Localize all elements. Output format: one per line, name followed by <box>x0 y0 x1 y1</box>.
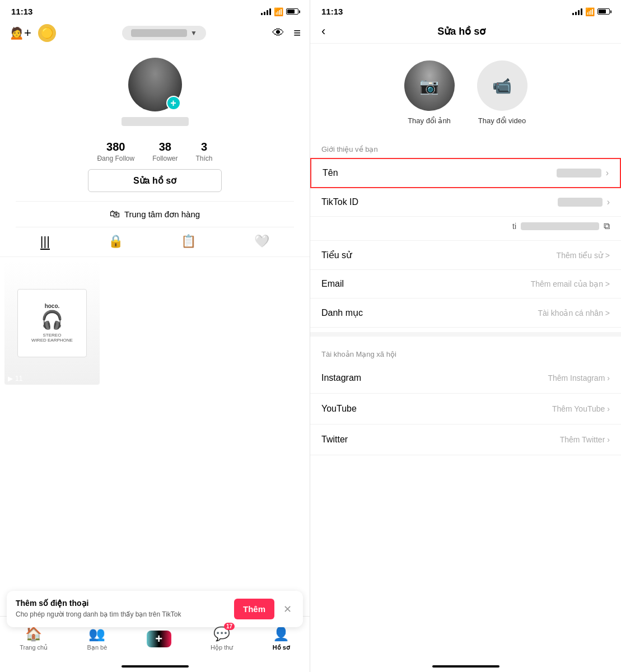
friends-icon: 👥 <box>88 626 105 642</box>
notif-close-icon[interactable]: ✕ <box>281 601 294 618</box>
tab-saved-icon[interactable]: 📋 <box>181 234 196 250</box>
tiktok-id-row[interactable]: TikTok ID › <box>310 188 621 217</box>
change-video-option[interactable]: 📹 Thay đổi video <box>477 60 527 125</box>
nav-home[interactable]: 🏠 Trang chủ <box>20 626 48 651</box>
username-dropdown[interactable]: ▼ <box>122 26 206 40</box>
nav-inbox[interactable]: 💬 17 Hộp thư <box>211 626 233 651</box>
name-label: Tên <box>323 168 338 178</box>
twitter-label: Twitter <box>321 435 348 445</box>
photo-circle: 📷 <box>404 60 455 111</box>
back-button[interactable]: ‹ <box>321 24 325 39</box>
chevron-down-icon: ▼ <box>190 29 197 37</box>
nav-create[interactable]: + <box>147 631 171 647</box>
left-status-bar: 11:13 📶 <box>0 0 310 20</box>
youtube-label: YouTube <box>321 404 357 414</box>
right-home-indicator <box>310 661 621 672</box>
divider <box>310 332 621 337</box>
signal-icon <box>261 8 271 15</box>
edit-profile-button[interactable]: Sửa hồ sơ <box>88 169 222 192</box>
copy-icon[interactable]: ⧉ <box>604 221 610 231</box>
nav-profile[interactable]: 👤 Hồ sơ <box>273 626 290 651</box>
tiktok-id-sub-row: ti ⧉ <box>310 217 621 241</box>
nav-friends[interactable]: 👥 Bạn bè <box>87 626 108 651</box>
order-center-row[interactable]: 🛍 Trung tâm đơn hàng <box>16 201 295 227</box>
instagram-row[interactable]: Instagram Thêm Instagram › <box>310 363 621 394</box>
home-indicator <box>0 661 310 672</box>
right-top-nav: ‹ Sửa hồ sơ <box>310 20 621 44</box>
likes-stat: 3 Thích <box>196 141 213 162</box>
category-row[interactable]: Danh mục Tài khoản cá nhân > <box>310 298 621 328</box>
username-text <box>131 29 187 37</box>
earphone-box: hoco. 🎧 STEREOWIRED EARPHONE <box>17 289 86 357</box>
video-circle: 📹 <box>477 60 527 111</box>
nav-profile-label: Hồ sơ <box>273 644 290 651</box>
battery-icon <box>286 8 298 15</box>
video-thumbnail[interactable]: hoco. 🎧 STEREOWIRED EARPHONE ▶ 11 <box>4 262 100 385</box>
content-grid: hoco. 🎧 STEREOWIRED EARPHONE ▶ 11 <box>0 257 310 616</box>
nav-friends-label: Bạn bè <box>87 644 108 651</box>
page-title: Sửa hồ sơ <box>325 25 597 38</box>
eye-icon[interactable]: 👁 <box>272 26 284 40</box>
tab-videos-icon[interactable]: ||| <box>40 234 50 250</box>
email-row[interactable]: Email Thêm email của bạn > <box>310 270 621 298</box>
youtube-row[interactable]: YouTube Thêm YouTube › <box>310 394 621 424</box>
follower-label: Follower <box>152 155 178 162</box>
video-count: 11 <box>15 375 22 382</box>
following-count: 380 <box>97 141 134 153</box>
tiktok-id-label: TikTok ID <box>321 197 358 207</box>
following-stat: 380 Đang Follow <box>97 141 134 162</box>
email-action: Thêm email của bạn > <box>531 279 610 288</box>
profile-section: + <box>0 46 310 132</box>
right-time: 11:13 <box>321 7 343 16</box>
profile-media-section: 📷 Thay đổi ảnh 📹 Thay đổi video <box>310 44 621 136</box>
right-status-icons: 📶 <box>572 7 610 16</box>
video-label: Thay đổi video <box>478 116 526 125</box>
stats-row: 380 Đang Follow 38 Follower 3 Thích <box>0 141 310 162</box>
bio-row[interactable]: Tiểu sử Thêm tiểu sử > <box>310 241 621 270</box>
follower-count: 38 <box>152 141 178 153</box>
following-label: Đang Follow <box>97 155 134 162</box>
intro-section-label: Giới thiệu về bạn <box>310 136 621 158</box>
instagram-chevron-icon: › <box>607 374 610 382</box>
profile-username <box>122 117 189 126</box>
add-photo-badge[interactable]: + <box>166 96 181 110</box>
left-status-icons: 📶 <box>261 7 298 16</box>
twitter-action: Thêm Twitter <box>560 435 605 444</box>
social-section-label: Tài khoản Mạng xã hội <box>310 341 621 363</box>
menu-icon[interactable]: ≡ <box>293 26 301 40</box>
notification-banner: Thêm số điện thoại Cho phép người trong … <box>7 591 303 627</box>
camera-icon: 📷 <box>419 77 439 95</box>
content-tabs: ||| 🔒 📋 🤍 <box>0 227 310 257</box>
product-image: hoco. 🎧 STEREOWIRED EARPHONE <box>4 262 100 385</box>
category-action: Tài khoản cá nhân > <box>538 309 610 318</box>
order-center-label: Trung tâm đơn hàng <box>124 209 200 220</box>
create-button[interactable]: + <box>147 631 171 647</box>
nav-home-label: Trang chủ <box>20 644 48 651</box>
notif-title: Thêm số điện thoại <box>16 599 227 608</box>
tab-private-icon[interactable]: 🔒 <box>108 234 123 250</box>
bio-action: Thêm tiểu sử > <box>557 251 610 260</box>
add-user-icon[interactable]: 🙍+ <box>9 26 31 40</box>
name-field-row[interactable]: Tên › <box>310 158 621 188</box>
video-camera-icon: 📹 <box>492 77 512 95</box>
right-battery-icon <box>597 8 610 15</box>
change-photo-option[interactable]: 📷 Thay đổi ảnh <box>404 60 455 125</box>
tab-liked-icon[interactable]: 🤍 <box>254 234 269 250</box>
right-screen: 11:13 📶 ‹ Sửa hồ sơ <box>310 0 621 672</box>
avatar-small[interactable]: 🟡 <box>38 24 56 42</box>
twitter-row[interactable]: Twitter Thêm Twitter › <box>310 424 621 455</box>
likes-label: Thích <box>196 155 213 162</box>
home-icon: 🏠 <box>25 626 42 642</box>
nav-inbox-label: Hộp thư <box>211 644 233 651</box>
left-time: 11:13 <box>11 7 32 16</box>
notif-description: Cho phép người trong danh bạ tìm thấy bạ… <box>16 610 227 619</box>
instagram-action: Thêm Instagram <box>548 374 605 382</box>
name-value <box>557 169 601 178</box>
youtube-chevron-icon: › <box>607 404 610 413</box>
left-screen: 11:13 📶 🙍+ 🟡 <box>0 0 310 672</box>
notif-add-button[interactable]: Thêm <box>234 599 274 619</box>
inbox-badge: 17 <box>224 623 235 630</box>
likes-count: 3 <box>196 141 213 153</box>
photo-label: Thay đổi ảnh <box>408 116 451 125</box>
instagram-label: Instagram <box>321 373 361 383</box>
